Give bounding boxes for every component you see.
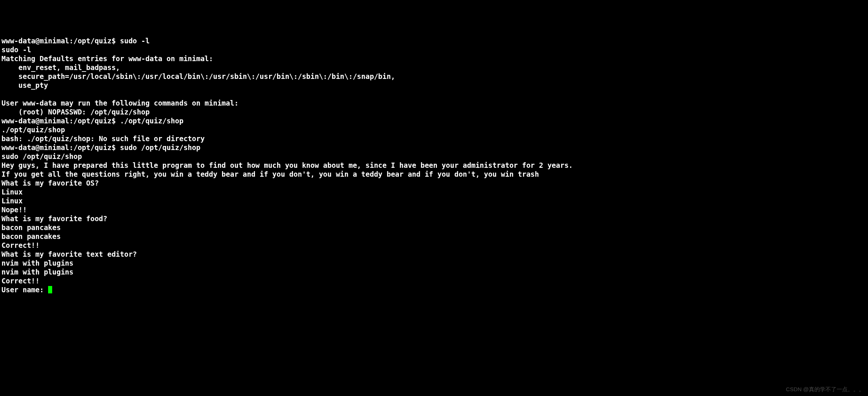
watermark-text: CSDN @真的学不了一点。。。 <box>786 385 864 394</box>
terminal-line: Linux <box>1 196 867 205</box>
terminal-line: Correct!! <box>1 241 867 250</box>
terminal-line: Hey guys, I have prepared this little pr… <box>1 161 867 170</box>
terminal-line: ./opt/quiz/shop <box>1 125 867 134</box>
terminal-line: www-data@minimal:/opt/quiz$ sudo /opt/qu… <box>1 143 867 152</box>
shell-command: sudo /opt/quiz/shop <box>120 143 200 152</box>
terminal-line: nvim with plugins <box>1 267 867 276</box>
terminal-output[interactable]: www-data@minimal:/opt/quiz$ sudo -lsudo … <box>1 36 867 294</box>
terminal-line: User www-data may run the following comm… <box>1 99 867 107</box>
shell-prompt: www-data@minimal:/opt/quiz$ <box>1 117 120 125</box>
shell-command: sudo -l <box>120 37 149 45</box>
terminal-line: What is my favorite OS? <box>1 179 867 187</box>
terminal-line: bash: ./opt/quiz/shop: No such file or d… <box>1 134 867 143</box>
terminal-line: sudo -l <box>1 45 867 54</box>
terminal-line: Matching Defaults entries for www-data o… <box>1 54 867 63</box>
terminal-line: What is my favorite food? <box>1 214 867 223</box>
terminal-line: If you get all the questions right, you … <box>1 170 867 179</box>
terminal-line: bacon pancakes <box>1 232 867 241</box>
shell-prompt: www-data@minimal:/opt/quiz$ <box>1 143 120 152</box>
terminal-line: (root) NOPASSWD: /opt/quiz/shop <box>1 107 867 116</box>
terminal-line: secure_path=/usr/local/sbin\:/usr/local/… <box>1 72 867 81</box>
input-prompt-text: User name: <box>1 286 48 294</box>
terminal-line: User name: <box>1 285 867 294</box>
shell-prompt: www-data@minimal:/opt/quiz$ <box>1 37 120 45</box>
shell-command: ./opt/quiz/shop <box>120 117 184 125</box>
terminal-line: www-data@minimal:/opt/quiz$ sudo -l <box>1 36 867 45</box>
terminal-line: Linux <box>1 187 867 196</box>
terminal-line: sudo /opt/quiz/shop <box>1 152 867 161</box>
terminal-line: use_pty <box>1 81 867 90</box>
terminal-line: bacon pancakes <box>1 223 867 232</box>
terminal-line <box>1 90 867 99</box>
terminal-line: Nope!! <box>1 205 867 214</box>
terminal-line: Correct!! <box>1 276 867 285</box>
terminal-line: What is my favorite text editor? <box>1 250 867 259</box>
terminal-line: env_reset, mail_badpass, <box>1 63 867 72</box>
terminal-cursor[interactable] <box>48 286 52 293</box>
terminal-line: nvim with plugins <box>1 259 867 267</box>
terminal-line: www-data@minimal:/opt/quiz$ ./opt/quiz/s… <box>1 116 867 125</box>
